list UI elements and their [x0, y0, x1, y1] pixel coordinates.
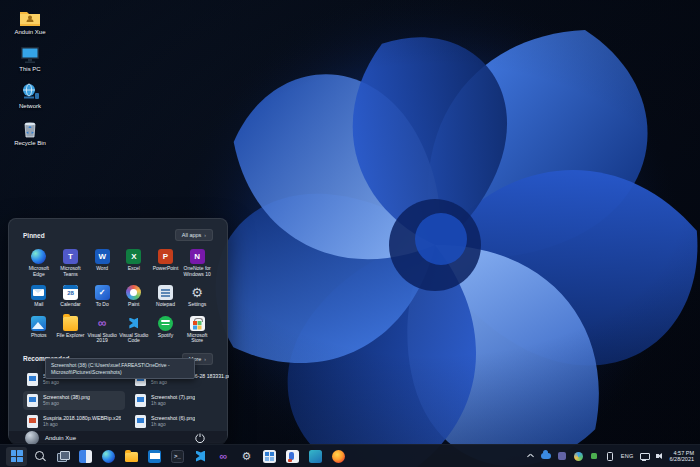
pinned-app-notepad[interactable]: Notepad [150, 283, 182, 310]
start-menu-footer: Anduin Xue [9, 431, 227, 445]
recommended-item[interactable]: Screenshot (7).png1h ago [131, 391, 233, 410]
firefox-icon [332, 450, 345, 463]
todo-check-icon: ✓ [95, 285, 110, 300]
vscode-icon [194, 450, 207, 463]
pinned-app-visual-studio-2019[interactable]: ∞Visual Studio 2019 [86, 314, 118, 346]
teal-tile-icon [309, 450, 322, 463]
date-label: 6/28/2021 [670, 456, 694, 463]
image-file-icon [27, 394, 38, 407]
pinned-app-label: Photos [31, 333, 47, 339]
pinned-app-paint[interactable]: Paint [118, 283, 150, 310]
tray-overflow-button[interactable] [525, 451, 536, 462]
tooltip-line: Screenshot (38) (C:\Users\xuef.FAREAST\O… [51, 362, 189, 369]
chevron-right-icon: › [204, 356, 206, 362]
recommended-meta: 1h ago [151, 401, 195, 406]
green-dot-icon [591, 453, 597, 459]
power-button[interactable] [195, 433, 205, 443]
taskbar-teal-app-button[interactable] [305, 447, 326, 466]
pinned-app-mail[interactable]: Mail [23, 283, 55, 310]
pinned-app-calendar[interactable]: Calendar [55, 283, 87, 310]
desktop-icon-user-folder[interactable]: Anduin Xue [4, 6, 56, 38]
taskbar-file-explorer-button[interactable] [121, 447, 142, 466]
recommended-meta: 5m ago [151, 380, 229, 385]
teams-tray-button[interactable] [557, 451, 568, 462]
user-folder-icon [19, 8, 41, 27]
recommended-item[interactable]: Suspiria.2018.1080p.WEBRip.x264-[...1h a… [23, 412, 125, 431]
cloud-icon [541, 453, 551, 459]
pinned-app-powerpoint[interactable]: PPowerPoint [150, 247, 182, 279]
pinned-app-label: Mail [34, 302, 43, 308]
pinned-app-microsoft-edge[interactable]: Microsoft Edge [23, 247, 55, 279]
search-icon [33, 450, 46, 463]
recommended-item[interactable]: Screenshot (6).png1h ago [131, 412, 233, 431]
chevron-up-icon [527, 453, 533, 459]
clock[interactable]: 4:57 PM 6/28/2021 [670, 450, 694, 463]
recycle-bin-icon [19, 119, 41, 138]
user-account-button[interactable]: Anduin Xue [25, 431, 76, 445]
taskbar-mail-button[interactable] [144, 447, 165, 466]
taskbar-edge-button[interactable] [98, 447, 119, 466]
powerpoint-icon: P [158, 249, 173, 264]
taskbar-grid-app-button[interactable] [259, 447, 280, 466]
desktop-icon-network[interactable]: Network [4, 80, 56, 112]
pinned-app-excel[interactable]: XExcel [118, 247, 150, 279]
pinned-app-photos[interactable]: Photos [23, 314, 55, 346]
taskbar-pointer-app-button[interactable] [282, 447, 303, 466]
task-view-button[interactable] [52, 447, 73, 466]
pinned-app-label: To Do [96, 302, 109, 308]
monitor-icon [19, 45, 41, 64]
pinned-app-label: PowerPoint [153, 266, 179, 272]
taskbar-terminal-button[interactable]: >_ [167, 447, 188, 466]
taskbar-firefox-button[interactable] [328, 447, 349, 466]
pinned-app-label: Visual Studio Code [118, 333, 150, 344]
phone-icon [607, 452, 613, 461]
onedrive-tray-button[interactable] [541, 451, 552, 462]
pinned-app-label: Microsoft Teams [55, 266, 87, 277]
taskbar-visual-studio-button[interactable]: ∞ [213, 447, 234, 466]
desktop: Anduin Xue This PC Network Recycle Bin P… [0, 0, 700, 467]
green-app-tray-button[interactable] [589, 451, 600, 462]
pinned-app-label: Notepad [156, 302, 175, 308]
widgets-button[interactable] [75, 447, 96, 466]
pinned-app-microsoft-store[interactable]: Microsoft Store [181, 314, 213, 346]
pinned-app-settings[interactable]: ⚙Settings [181, 283, 213, 310]
visual-studio-icon: ∞ [217, 450, 230, 463]
widgets-icon [79, 450, 92, 463]
pinned-app-label: Calendar [60, 302, 80, 308]
search-button[interactable] [29, 447, 50, 466]
all-apps-label: All apps [182, 232, 202, 238]
recommended-title: Suspiria.2018.1080p.WEBRip.x264-[... [43, 415, 121, 421]
pinned-app-onenote[interactable]: NOneNote for Windows 10 [181, 247, 213, 279]
all-apps-button[interactable]: All apps › [175, 229, 213, 241]
color-app-tray-button[interactable] [573, 451, 584, 462]
pinned-app-grid: Microsoft Edge TMicrosoft Teams WWord XE… [23, 247, 213, 346]
language-indicator[interactable]: ENG [621, 453, 634, 459]
network-globe-icon [19, 82, 41, 101]
desktop-icon-recycle-bin[interactable]: Recycle Bin [4, 117, 56, 149]
recommended-meta: 1h ago [151, 422, 195, 427]
pinned-app-word[interactable]: WWord [86, 247, 118, 279]
paint-palette-icon [126, 285, 141, 300]
pinned-app-microsoft-teams[interactable]: TMicrosoft Teams [55, 247, 87, 279]
recommended-item-hovered[interactable]: Screenshot (38).png5m ago [23, 391, 125, 410]
recommended-meta: 1h ago [43, 422, 121, 427]
grid-tile-icon [263, 450, 276, 463]
taskbar-app-buttons: >_ ∞ ⚙ [6, 447, 349, 466]
calendar-icon [63, 285, 78, 300]
start-button[interactable] [6, 447, 27, 466]
pinned-app-label: Word [96, 266, 108, 272]
network-icon[interactable] [639, 452, 650, 461]
desktop-icon-this-pc[interactable]: This PC [4, 43, 56, 75]
pinned-app-to-do[interactable]: ✓To Do [86, 283, 118, 310]
pinned-app-visual-studio-code[interactable]: Visual Studio Code [118, 314, 150, 346]
volume-icon[interactable] [655, 451, 665, 461]
taskbar-settings-button[interactable]: ⚙ [236, 447, 257, 466]
pinned-app-file-explorer[interactable]: File Explorer [55, 314, 87, 346]
phone-tray-button[interactable] [605, 451, 616, 462]
photos-icon [31, 316, 46, 331]
pinned-app-spotify[interactable]: Spotify [150, 314, 182, 346]
taskbar-vscode-button[interactable] [190, 447, 211, 466]
pinned-app-label: Excel [128, 266, 140, 272]
image-file-icon [27, 373, 38, 386]
windows-logo-icon [11, 450, 23, 462]
